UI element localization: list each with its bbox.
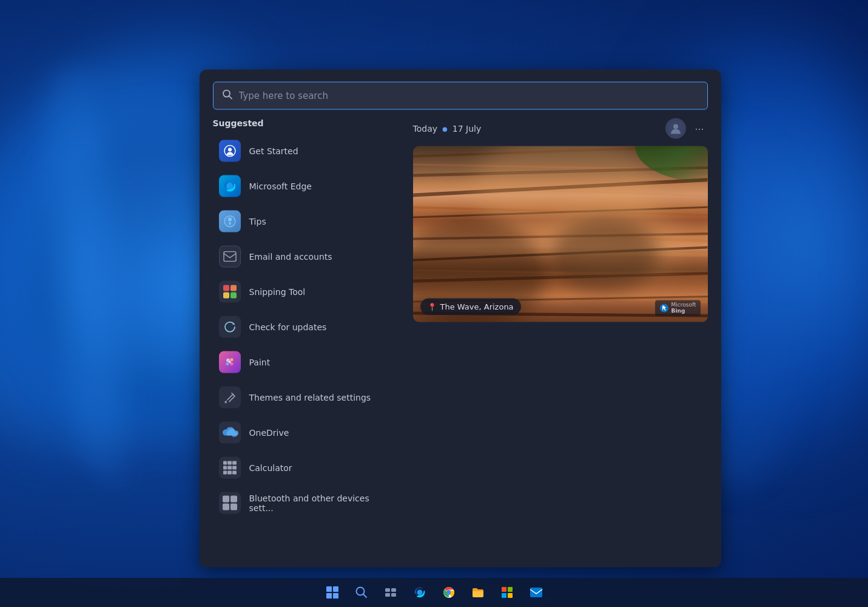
news-actions: ··· (665, 118, 707, 139)
taskbar-files-icon (471, 586, 485, 599)
app-list: Get Started Microsoft Edge (213, 134, 401, 520)
bing-watermark: Microsoft Bing (655, 300, 701, 316)
app-name-edge: Microsoft Edge (249, 181, 312, 191)
bing-logo: Microsoft Bing (655, 300, 701, 316)
svg-point-9 (230, 358, 233, 361)
app-name-updates: Check for updates (249, 322, 327, 332)
app-name-themes: Themes and related settings (249, 393, 371, 402)
svg-rect-20 (391, 588, 396, 592)
taskbar-taskview-icon (384, 586, 397, 599)
taskbar-search-icon (355, 586, 368, 599)
calculator-icon (219, 457, 241, 479)
start-menu: Suggested Get Started (200, 70, 721, 568)
get-started-icon (219, 140, 241, 162)
taskbar-store-icon (500, 586, 514, 599)
svg-rect-27 (508, 587, 513, 592)
app-item-paint[interactable]: Paint (213, 345, 401, 379)
svg-point-5 (228, 218, 232, 222)
svg-rect-6 (229, 222, 230, 225)
main-content-area: Suggested Get Started (200, 118, 721, 568)
taskbar-store-button[interactable] (494, 579, 520, 606)
app-item-edge[interactable]: Microsoft Edge (213, 169, 401, 203)
app-item-tips[interactable]: Tips (213, 205, 401, 239)
suggested-panel: Suggested Get Started (213, 118, 401, 555)
app-item-calculator[interactable]: Calculator (213, 451, 401, 485)
svg-rect-28 (502, 593, 506, 598)
taskbar-edge-icon (413, 586, 426, 599)
app-item-onedrive[interactable]: OneDrive (213, 416, 401, 450)
svg-point-12 (229, 361, 231, 364)
svg-point-14 (673, 124, 678, 129)
svg-line-1 (229, 96, 232, 99)
app-item-get-started[interactable]: Get Started (213, 134, 401, 168)
taskbar-mail-button[interactable] (523, 579, 550, 606)
svg-rect-22 (391, 593, 396, 597)
app-item-email[interactable]: Email and accounts (213, 240, 401, 274)
app-name-onedrive: OneDrive (249, 428, 289, 438)
snipping-icon (219, 281, 241, 303)
app-name-paint: Paint (249, 358, 271, 367)
themes-icon (219, 387, 241, 409)
app-item-snipping[interactable]: Snipping Tool (213, 275, 401, 309)
app-name-tips: Tips (249, 217, 266, 226)
app-name-email: Email and accounts (249, 252, 332, 262)
news-date-dot: ● (442, 125, 448, 132)
search-bar[interactable] (213, 82, 708, 110)
taskbar-taskview-button[interactable] (377, 579, 404, 606)
news-panel: Today ● 17 July (413, 118, 708, 555)
svg-point-25 (447, 591, 451, 594)
taskbar-mail-icon (530, 587, 543, 598)
svg-rect-7 (224, 252, 236, 262)
svg-point-10 (226, 362, 229, 365)
taskbar-start-button[interactable] (319, 579, 346, 606)
news-card[interactable]: 📍 The Wave, Arizona Microsoft (413, 146, 708, 322)
news-date-value: 17 July (453, 124, 481, 134)
bluetooth-icon (219, 492, 241, 514)
app-item-bluetooth[interactable]: Bluetooth and other devices sett... (213, 486, 401, 520)
location-tag: 📍 The Wave, Arizona (420, 299, 521, 315)
svg-rect-21 (385, 593, 390, 597)
svg-rect-26 (502, 587, 506, 592)
app-item-themes[interactable]: Themes and related settings (213, 381, 401, 415)
taskbar-chrome-button[interactable] (436, 579, 462, 606)
svg-rect-29 (508, 593, 513, 598)
edge-icon (219, 175, 241, 197)
app-item-updates[interactable]: Check for updates (213, 310, 401, 344)
rock-formation-image (413, 146, 708, 322)
taskbar-chrome-icon (442, 586, 456, 599)
app-name-calculator: Calculator (249, 463, 292, 473)
updates-icon (219, 316, 241, 338)
svg-rect-30 (530, 588, 542, 597)
svg-point-3 (228, 148, 232, 152)
app-name-bluetooth: Bluetooth and other devices sett... (249, 493, 395, 513)
search-icon (222, 89, 233, 103)
paint-icon (219, 351, 241, 373)
taskbar (0, 578, 868, 607)
news-header: Today ● 17 July (413, 118, 708, 139)
news-more-button[interactable]: ··· (691, 120, 707, 137)
taskbar-search-button[interactable] (348, 579, 375, 606)
app-name-get-started: Get Started (249, 146, 298, 156)
tips-icon (219, 211, 241, 232)
suggested-title: Suggested (213, 118, 401, 128)
app-name-snipping: Snipping Tool (249, 287, 306, 297)
location-icon: 📍 (428, 302, 437, 311)
email-icon (219, 246, 241, 268)
taskbar-edge-button[interactable] (406, 579, 433, 606)
bing-brand-2: Bing (671, 308, 696, 314)
svg-line-18 (363, 594, 366, 598)
news-avatar[interactable] (665, 118, 686, 139)
news-image: 📍 The Wave, Arizona Microsoft (413, 146, 708, 322)
news-date-today: Today (413, 124, 438, 134)
search-input[interactable] (239, 90, 699, 101)
location-text: The Wave, Arizona (440, 302, 514, 311)
news-date: Today ● 17 July (413, 124, 482, 134)
svg-rect-19 (385, 588, 390, 592)
taskbar-files-button[interactable] (465, 579, 491, 606)
windows-logo-icon (326, 586, 338, 599)
onedrive-icon (219, 422, 241, 444)
